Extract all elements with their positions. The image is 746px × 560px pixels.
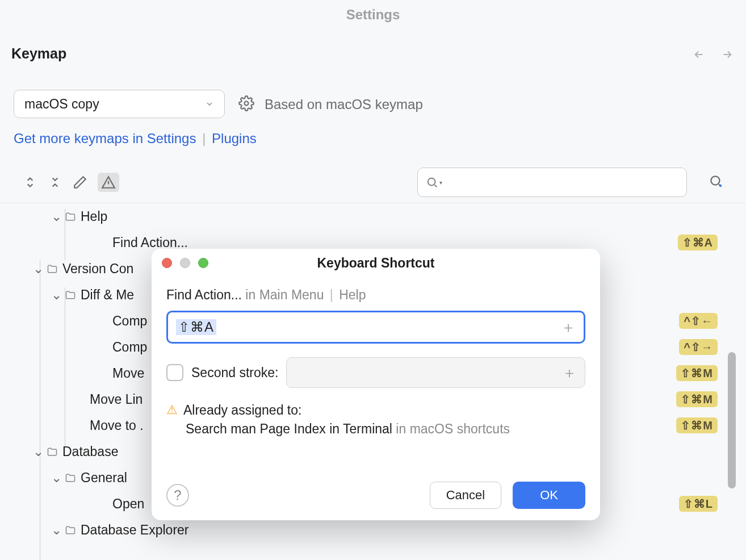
page-title: Keymap [11,45,66,62]
folder-icon [65,211,76,222]
chevron-down-icon: ⌄ [51,523,61,538]
folder-icon [65,289,76,300]
keymap-toolbar: ▾ [0,168,746,203]
plugins-link[interactable]: Plugins [212,131,257,146]
shortcut-badge: ^⇧→ [679,339,718,355]
shortcut-badge: ^⇧← [679,313,718,329]
first-stroke-value: ⇧⌘A [176,319,216,335]
warning-title: Already assigned to: [183,403,301,418]
tree-item-label: Version Con [62,261,133,277]
svg-point-1 [428,178,435,186]
window-close-icon[interactable] [162,258,172,268]
tree-item-label: Open [112,496,144,512]
tree-item-label: Move [112,366,144,381]
folder-icon [65,524,76,536]
warning-body: Search man Page Index in Terminal in mac… [186,421,585,437]
chevron-down-icon [205,97,214,112]
tree-item-label: Diff & Me [81,287,134,303]
shortcut-badge: ⇧⌘M [676,391,718,407]
based-on-label: Based on macOS keymap [265,97,423,112]
second-stroke-input[interactable]: ＋ [286,357,585,388]
help-icon[interactable]: ? [166,484,189,507]
tree-item-label: Move Lin [90,392,143,407]
add-stroke-icon[interactable]: ＋ [561,317,576,337]
tree-item-label: Move to . [90,418,144,433]
tree-item-label: General [81,470,127,486]
first-stroke-input[interactable]: ⇧⌘A ＋ [166,311,585,344]
keymap-links: Get more keymaps in Settings | Plugins [14,131,257,147]
window-zoom-icon[interactable] [198,258,208,268]
svg-point-3 [719,184,721,186]
conflicts-icon[interactable] [98,173,119,192]
tree-item-label: Help [81,209,107,224]
get-more-keymaps-link[interactable]: Get more keymaps in Settings [14,131,196,146]
edit-icon[interactable] [73,175,87,190]
tree-item-label: Database [62,444,118,459]
nav-forward-icon[interactable] [721,48,734,63]
nav-back-icon[interactable] [693,48,705,63]
folder-icon [65,472,76,483]
action-path-suffix: Help [339,287,366,302]
shortcut-badge: ⇧⌘A [678,235,718,250]
window-minimize-icon[interactable] [180,258,190,268]
ok-button[interactable]: OK [513,482,585,509]
chevron-down-icon: ⌄ [51,209,61,224]
cancel-button[interactable]: Cancel [430,482,501,509]
keyboard-shortcut-dialog: Keyboard Shortcut Find Action... in Main… [152,249,600,520]
action-path-prefix: in Main Menu [245,287,324,302]
path-separator: | [330,287,333,302]
warning-icon: ⚠ [166,403,178,418]
gear-icon[interactable] [238,95,254,114]
find-by-shortcut-icon[interactable] [709,174,723,191]
window-controls [162,258,208,268]
tree-folder[interactable]: ⌄Help [11,203,718,229]
tree-item-label: Comp [112,340,147,355]
tree-folder[interactable]: ⌄Database Explorer [11,517,718,543]
search-options-icon[interactable]: ▾ [439,179,442,186]
chevron-down-icon: ⌄ [33,444,43,459]
svg-point-0 [245,102,249,106]
nav-arrows [693,48,734,63]
link-separator: | [202,131,206,146]
svg-point-2 [711,176,719,185]
action-name: Find Action... [166,287,242,302]
second-stroke-label: Second stroke: [191,365,278,381]
keymap-dropdown[interactable]: macOS copy [14,90,225,118]
shortcut-badge: ⇧⌘L [679,496,718,512]
tree-item-label: Database Explorer [81,523,189,538]
chevron-down-icon: ⌄ [51,470,61,486]
expand-collapse-icon[interactable] [23,175,37,190]
chevron-down-icon: ⌄ [51,287,61,303]
shortcut-badge: ⇧⌘M [676,417,718,433]
second-stroke-checkbox[interactable] [166,364,183,381]
search-input[interactable]: ▾ [417,168,687,197]
add-second-stroke-icon[interactable]: ＋ [562,363,577,383]
chevron-down-icon: ⌄ [33,261,43,277]
tree-item-label: Comp [112,314,147,329]
collapse-all-icon[interactable] [48,175,62,190]
shortcut-badge: ⇧⌘M [676,365,718,381]
scrollbar-thumb[interactable] [728,352,736,488]
keymap-dropdown-value: macOS copy [24,97,99,112]
tree-item-label: Find Action... [112,235,188,250]
dialog-title: Keyboard Shortcut [317,256,434,271]
action-path: Find Action... in Main Menu | Help [166,287,585,303]
folder-icon [47,263,58,274]
settings-header: Settings [346,7,400,23]
folder-icon [47,446,58,457]
